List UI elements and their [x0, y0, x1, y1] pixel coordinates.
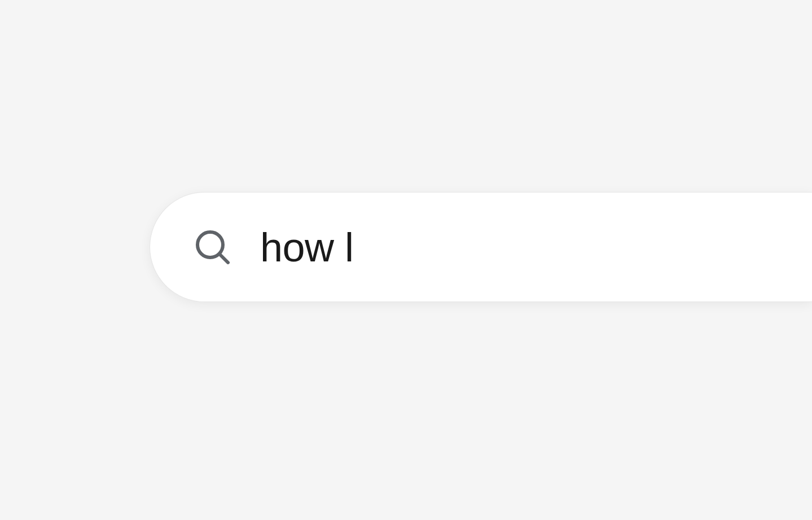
svg-line-1: [220, 254, 228, 263]
search-icon: [192, 227, 233, 268]
search-bar[interactable]: [150, 192, 812, 302]
search-input[interactable]: [260, 224, 812, 270]
